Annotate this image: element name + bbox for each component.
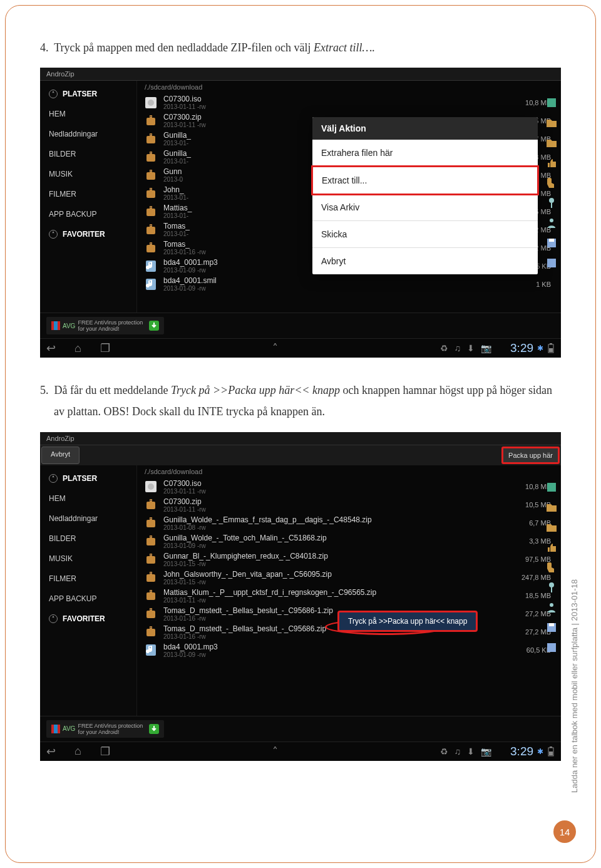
- file-type-icon: [143, 606, 158, 621]
- sidebar-nedladdningar[interactable]: Nedladdningar: [40, 509, 136, 529]
- sidebar-platser[interactable]: ˄PLATSER: [40, 84, 136, 104]
- file-type-icon: [143, 186, 158, 201]
- file-date: 2013-01-16 -rw: [163, 633, 525, 640]
- svg-point-29: [549, 198, 554, 203]
- recent-icon[interactable]: ❐: [100, 745, 110, 758]
- dialog-extract-to[interactable]: Extract till...: [311, 165, 539, 195]
- battery-icon: [547, 343, 555, 353]
- svg-rect-40: [549, 348, 553, 352]
- file-type-icon: [143, 259, 158, 274]
- svg-rect-76: [54, 725, 58, 733]
- pin-icon: [545, 581, 558, 594]
- dialog-cancel[interactable]: Avbryt: [312, 248, 538, 274]
- file-row[interactable]: C07300.iso2013-01-11 -rw10,8 MB: [137, 478, 561, 496]
- clock: 3:29 ✱: [510, 745, 555, 758]
- file-row[interactable]: Gunilla_Wolde_-_Emmas_f_rsta_dag_p__dagi…: [137, 514, 561, 532]
- file-type-icon: [143, 204, 158, 219]
- person-icon: [545, 601, 558, 614]
- svg-rect-19: [150, 207, 152, 208]
- svg-point-31: [550, 219, 553, 222]
- file-row[interactable]: Mattias_Klum_-_P__uppt_cktsf_rd_i_regnsk…: [137, 587, 561, 605]
- svg-rect-39: [550, 343, 552, 344]
- sidebar-favoriter[interactable]: ˄FAVORITER: [40, 609, 136, 629]
- action-dialog: Välj Aktion Extrahera filen här Extract …: [312, 117, 538, 274]
- file-name: bda4_0001.mp3: [163, 643, 527, 651]
- folder-icon: [545, 137, 558, 149]
- sidebar-favoriter[interactable]: ˄FAVORITER: [40, 224, 136, 244]
- sidebar-bilder[interactable]: BILDER: [40, 144, 136, 164]
- dialog-title: Välj Aktion: [312, 117, 538, 140]
- cancel-button[interactable]: Avbryt: [41, 447, 80, 464]
- dialog-send[interactable]: Skicka: [312, 221, 538, 248]
- svg-rect-10: [150, 152, 152, 153]
- sidebar-appbackup[interactable]: APP BACKUP: [40, 589, 136, 609]
- svg-rect-79: [550, 747, 552, 748]
- sd-card-icon: [545, 96, 558, 109]
- file-type-icon: [143, 240, 158, 256]
- sidebar-bilder[interactable]: BILDER: [40, 529, 136, 549]
- avg-ad[interactable]: AVG FREE AntiVirus protectionfor your An…: [46, 317, 164, 334]
- sidebar-nedladdningar[interactable]: Nedladdningar: [40, 124, 136, 144]
- svg-rect-68: [547, 483, 556, 492]
- folder-zip-icon: [545, 501, 558, 514]
- file-name: Mattias_Klum_-_P__uppt_cktsf_rd_i_regnsk…: [163, 588, 525, 597]
- file-row[interactable]: John_Galsworthy_-_Den_vita_apan_-_C56095…: [137, 569, 561, 587]
- path-bar: /./sdcard/download: [137, 465, 561, 478]
- up-caret-icon[interactable]: ˄: [272, 341, 278, 355]
- svg-rect-34: [547, 259, 556, 267]
- camera-icon: 📷: [481, 343, 491, 353]
- file-date: 2013-01-11 -rw: [163, 103, 525, 110]
- home-icon[interactable]: ⌂: [74, 342, 81, 355]
- thumbs-up-icon: [545, 157, 558, 169]
- home-icon[interactable]: ⌂: [74, 745, 81, 758]
- file-row[interactable]: Gunilla_Wolde_-_Totte_och_Malin_-_C51868…: [137, 532, 561, 550]
- svg-rect-33: [549, 239, 554, 242]
- file-row[interactable]: C07300.zip2013-01-11 -rw10,5 MB: [137, 496, 561, 514]
- recycle-icon: ♻: [440, 747, 448, 757]
- file-row[interactable]: Gunnar_Bl_-_Klumpigheten_redux_-_C84018.…: [137, 550, 561, 569]
- disk-icon: [545, 257, 558, 269]
- recent-icon[interactable]: ❐: [100, 341, 110, 355]
- download-status-icon: ⬇: [467, 747, 475, 757]
- sidebar-filmer[interactable]: FILMER: [40, 569, 136, 589]
- avg-ad[interactable]: AVG FREE AntiVirus protectionfor your An…: [46, 720, 164, 738]
- android-nav-bar: ↩ ⌂ ❐ ˄ ♻ ♫ ⬇ 📷 3:29 ✱: [40, 741, 561, 761]
- back-icon[interactable]: ↩: [46, 745, 56, 758]
- file-date: 2013-01-11 -rw: [163, 488, 525, 495]
- sidebar-platser[interactable]: ˄PLATSER: [40, 468, 136, 488]
- extract-here-button[interactable]: Packa upp här: [501, 447, 560, 464]
- svg-rect-73: [549, 623, 554, 626]
- file-row[interactable]: C07300.iso2013-01-11 -rw10,8 MB: [137, 93, 561, 111]
- file-name: John_Galsworthy_-_Den_vita_apan_-_C56095…: [163, 570, 521, 579]
- android-nav-bar: ↩ ⌂ ❐ ˄ ♻ ♫ ⬇ 📷 3:29 ✱: [40, 338, 561, 358]
- sidebar-musik[interactable]: MUSIK: [40, 164, 136, 184]
- file-name: C07300.zip: [163, 497, 525, 506]
- file-type-icon: [143, 168, 158, 183]
- dialog-view-archive[interactable]: Visa Arkiv: [312, 194, 538, 221]
- svg-point-71: [550, 603, 553, 607]
- sidebar: ˄PLATSER HEM Nedladdningar BILDER MUSIK …: [40, 81, 137, 313]
- sidebar: ˄PLATSER HEM Nedladdningar BILDER MUSIK …: [40, 465, 137, 716]
- svg-rect-57: [150, 572, 152, 574]
- file-row[interactable]: bda4_0001.smil2013-01-09 -rw1 KB: [137, 275, 561, 293]
- instruction-step-4: 4. Tryck på mappen med den nedladdade ZI…: [54, 37, 561, 58]
- back-icon[interactable]: ↩: [46, 341, 56, 355]
- svg-rect-4: [150, 116, 152, 117]
- file-type-icon: [143, 277, 158, 292]
- svg-point-42: [148, 483, 154, 490]
- file-row[interactable]: bda4_0001.mp32013-01-09 -rw60,5 KB: [137, 641, 561, 659]
- folder-icon: [545, 521, 558, 534]
- sidebar-musik[interactable]: MUSIK: [40, 549, 136, 569]
- file-type-icon: [143, 624, 158, 639]
- sidebar-appbackup[interactable]: APP BACKUP: [40, 204, 136, 224]
- sidebar-hem[interactable]: HEM: [40, 488, 136, 509]
- sidebar-filmer[interactable]: FILMER: [40, 184, 136, 204]
- file-name: Gunilla_Wolde_-_Emmas_f_rsta_dag_p__dagi…: [163, 515, 529, 524]
- up-caret-icon[interactable]: ˄: [272, 745, 278, 758]
- dialog-extract-here[interactable]: Extrahera filen här: [312, 140, 538, 167]
- file-type-icon: [143, 150, 158, 165]
- save-icon: [545, 621, 558, 634]
- file-date: 2013-01-11 -rw: [163, 506, 525, 513]
- svg-rect-80: [549, 752, 553, 755]
- sidebar-hem[interactable]: HEM: [40, 104, 136, 124]
